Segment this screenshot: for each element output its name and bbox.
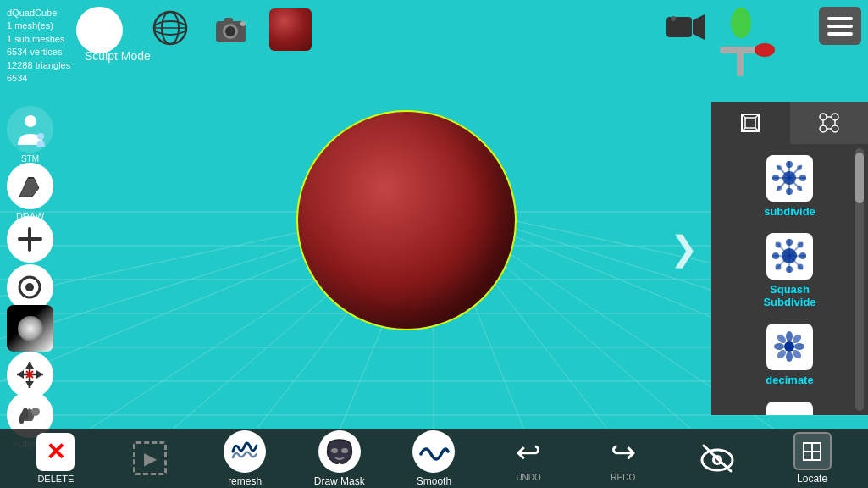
panel-tab-nodes[interactable] bbox=[790, 102, 869, 144]
svg-rect-31 bbox=[666, 17, 692, 37]
3d-sphere bbox=[296, 110, 517, 330]
hamburger-line-3 bbox=[827, 32, 853, 36]
hamburger-menu-button[interactable] bbox=[819, 7, 861, 45]
svg-rect-53 bbox=[19, 417, 24, 424]
delete-label: DELETE bbox=[37, 474, 74, 484]
panel-scrollbar-thumb bbox=[855, 152, 864, 203]
draw-mask-icon bbox=[318, 430, 361, 473]
svg-point-60 bbox=[820, 114, 827, 120]
svg-point-98 bbox=[786, 331, 793, 341]
undo-icon: ↩ bbox=[516, 435, 541, 470]
squash-subdivide-button[interactable]: Squash Subdivide bbox=[716, 226, 864, 315]
video-camera-button[interactable] bbox=[665, 10, 707, 47]
remesh-label: remesh bbox=[228, 475, 262, 487]
locate-button[interactable]: Locate bbox=[782, 432, 842, 485]
squash-subdivide-label: Squash Subdivide bbox=[763, 283, 815, 308]
svg-marker-49 bbox=[36, 370, 43, 379]
sculpt-mode-label: Sculpt Mode bbox=[85, 49, 151, 63]
svg-marker-48 bbox=[17, 370, 24, 379]
smooth-label: Smooth bbox=[417, 475, 451, 487]
svg-point-43 bbox=[25, 283, 34, 291]
svg-marker-47 bbox=[25, 381, 34, 388]
svg-point-37 bbox=[755, 43, 775, 57]
stm-button[interactable]: STM bbox=[7, 106, 53, 164]
arrow-right-button[interactable]: ❯ bbox=[670, 229, 699, 268]
hamburger-line-1 bbox=[827, 17, 853, 20]
svg-point-30 bbox=[240, 21, 246, 26]
redo-label: REDO bbox=[611, 473, 635, 482]
smooth-icon bbox=[412, 430, 455, 473]
cursor-icon: ▶ bbox=[133, 441, 167, 475]
svg-point-38 bbox=[25, 115, 36, 127]
svg-point-33 bbox=[671, 16, 676, 21]
bottom-toolbar: ✕ DELETE ▶ remesh bbox=[0, 429, 868, 488]
svg-rect-55 bbox=[745, 118, 755, 128]
remesh-button[interactable]: remesh bbox=[215, 430, 274, 487]
svg-rect-35 bbox=[737, 51, 744, 76]
draw-mask-label: Draw Mask bbox=[314, 475, 365, 487]
redo-icon: ↪ bbox=[611, 435, 636, 470]
panel-tab-cube[interactable] bbox=[711, 102, 790, 144]
draw-mask-button[interactable]: Draw Mask bbox=[310, 430, 369, 487]
delete-icon: ✕ bbox=[36, 433, 75, 471]
hamburger-line-2 bbox=[827, 25, 853, 28]
hide-button[interactable] bbox=[688, 437, 747, 480]
right-panel: subdivide bbox=[711, 102, 868, 415]
decimate-button[interactable]: decimate bbox=[716, 317, 864, 393]
svg-marker-46 bbox=[25, 362, 34, 369]
material-preview[interactable] bbox=[269, 8, 312, 51]
svg-point-39 bbox=[37, 133, 44, 140]
add-button[interactable] bbox=[7, 216, 53, 263]
svg-rect-115 bbox=[804, 452, 812, 460]
redo-button[interactable]: ↪ REDO bbox=[594, 435, 653, 482]
undo-label: UNDO bbox=[516, 473, 540, 482]
sphere-preview-icon[interactable] bbox=[76, 7, 123, 53]
globe-button[interactable] bbox=[152, 10, 188, 49]
svg-point-61 bbox=[832, 114, 838, 120]
svg-rect-29 bbox=[224, 18, 233, 23]
subdivide-label: subdivide bbox=[764, 205, 815, 218]
svg-point-100 bbox=[774, 343, 784, 350]
panel-tabs bbox=[711, 102, 868, 144]
svg-point-99 bbox=[786, 352, 793, 362]
svg-point-97 bbox=[784, 341, 794, 352]
viewport: dQuadCube 1 mesh(es) 1 sub meshes 6534 v… bbox=[0, 0, 868, 488]
camera-button[interactable] bbox=[212, 13, 250, 50]
panel-scrollbar[interactable] bbox=[855, 148, 864, 411]
svg-rect-114 bbox=[812, 443, 821, 452]
svg-point-28 bbox=[225, 26, 235, 36]
svg-rect-116 bbox=[812, 452, 821, 460]
panel-items-list: subdivide bbox=[711, 144, 868, 415]
draw-button[interactable]: DRAW bbox=[7, 163, 53, 221]
svg-point-63 bbox=[832, 125, 838, 132]
svg-rect-113 bbox=[804, 443, 812, 452]
cursor-button[interactable]: ▶ bbox=[120, 441, 180, 475]
svg-point-52 bbox=[31, 408, 40, 416]
svg-point-107 bbox=[331, 448, 338, 453]
remesh-icon bbox=[224, 430, 266, 473]
svg-point-62 bbox=[820, 125, 827, 132]
tripod-figure bbox=[716, 4, 783, 85]
smooth-panel-button[interactable]: smooth bbox=[716, 395, 864, 415]
hide-icon bbox=[696, 437, 738, 480]
smooth-button[interactable]: Smooth bbox=[404, 430, 463, 487]
svg-point-101 bbox=[794, 343, 804, 350]
locate-icon bbox=[793, 432, 832, 470]
decimate-label: decimate bbox=[766, 374, 813, 386]
delete-button[interactable]: ✕ DELETE bbox=[26, 433, 86, 484]
undo-button[interactable]: ↩ UNDO bbox=[499, 435, 558, 482]
svg-point-108 bbox=[341, 448, 348, 453]
svg-marker-32 bbox=[693, 14, 705, 40]
svg-point-36 bbox=[731, 8, 751, 38]
locate-label: Locate bbox=[797, 473, 827, 485]
subdivide-button[interactable]: subdivide bbox=[716, 148, 864, 225]
mesh-info: dQuadCube 1 mesh(es) 1 sub meshes 6534 v… bbox=[7, 7, 70, 85]
mask-button[interactable] bbox=[7, 305, 53, 352]
dot-button[interactable] bbox=[7, 264, 53, 311]
svg-point-106 bbox=[772, 408, 806, 415]
